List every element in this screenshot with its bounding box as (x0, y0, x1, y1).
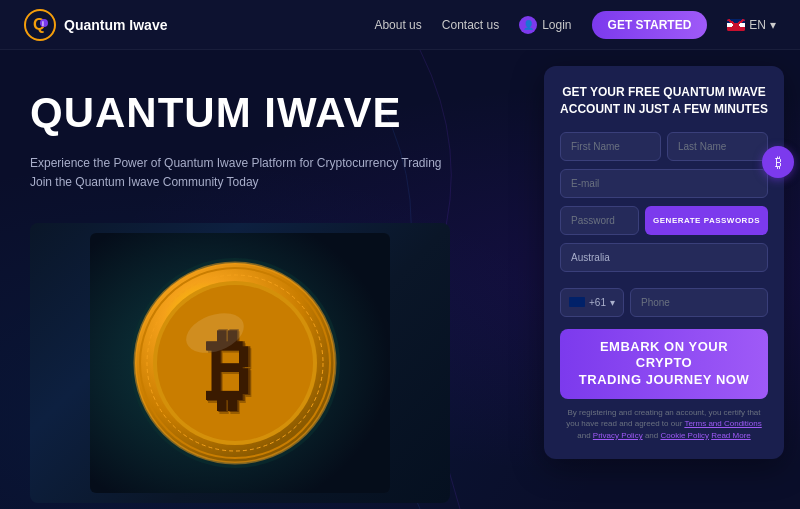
lang-label: EN (749, 18, 766, 32)
logo-icon: Q i (24, 9, 56, 41)
hero-subtitle-line2: Join the Quantum Iwave Community Today (30, 175, 259, 189)
coin-image: ₿ ₿ ₿ (30, 223, 450, 503)
login-button[interactable]: 👤 Login (519, 16, 571, 34)
hero-subtitle: Experience the Power of Quantum Iwave Pl… (30, 154, 770, 192)
get-started-button[interactable]: GET STARTED (592, 11, 708, 39)
navbar: Q i Quantum Iwave About us Contact us 👤 … (0, 0, 800, 50)
bitcoin-coin-svg: ₿ ₿ ₿ (90, 233, 390, 493)
bitcoin-badge-icon: ₿ (775, 154, 782, 170)
nav-links: About us Contact us 👤 Login GET STARTED … (374, 11, 776, 39)
flag-icon (727, 19, 745, 31)
nav-about[interactable]: About us (374, 18, 421, 32)
crypto-badge: ₿ (762, 146, 794, 178)
hero-title: QUANTUM IWAVE (30, 90, 770, 136)
login-label: Login (542, 18, 571, 32)
svg-text:i: i (42, 20, 44, 27)
logo[interactable]: Q i Quantum Iwave (24, 9, 167, 41)
chevron-down-icon: ▾ (770, 18, 776, 32)
hero-section: QUANTUM IWAVE Experience the Power of Qu… (0, 50, 800, 509)
hero-subtitle-line1: Experience the Power of Quantum Iwave Pl… (30, 156, 442, 170)
lang-selector[interactable]: EN ▾ (727, 18, 776, 32)
login-icon: 👤 (519, 16, 537, 34)
nav-contact[interactable]: Contact us (442, 18, 499, 32)
hero-content: QUANTUM IWAVE Experience the Power of Qu… (0, 50, 800, 509)
logo-text: Quantum Iwave (64, 17, 167, 33)
